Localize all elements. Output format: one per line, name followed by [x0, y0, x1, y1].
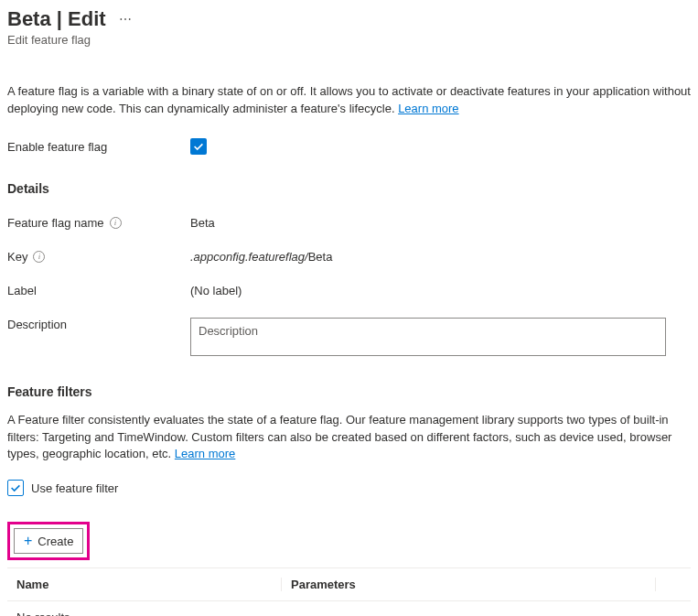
details-heading: Details: [7, 181, 691, 196]
intro-body: A feature flag is a variable with a bina…: [7, 84, 691, 115]
label-label: Label: [7, 284, 190, 297]
use-filter-checkbox[interactable]: [7, 480, 24, 496]
info-icon[interactable]: i: [110, 217, 122, 229]
col-parameters[interactable]: Parameters: [282, 578, 656, 591]
col-name[interactable]: Name: [7, 578, 282, 591]
key-suffix: Beta: [308, 250, 333, 264]
check-icon: [192, 140, 205, 153]
enable-flag-label: Enable feature flag: [7, 140, 190, 154]
filters-heading: Feature filters: [7, 384, 691, 399]
page-title: Beta | Edit: [7, 7, 106, 31]
label-value: (No label): [190, 284, 691, 297]
info-icon[interactable]: i: [33, 251, 45, 263]
col-actions: [656, 578, 691, 591]
enable-flag-checkbox[interactable]: [190, 138, 207, 155]
table-header: Name Parameters: [7, 568, 691, 601]
create-button-label: Create: [38, 535, 73, 548]
key-prefix: .appconfig.featureflag/: [190, 250, 308, 264]
description-input[interactable]: [190, 318, 666, 356]
use-filter-label: Use feature filter: [31, 481, 118, 495]
key-label: Key: [7, 250, 27, 264]
filters-table: Name Parameters No results.: [7, 567, 691, 616]
filters-description: A Feature filter consistently evaluates …: [7, 412, 691, 464]
more-icon[interactable]: ⋯: [117, 10, 134, 28]
flag-name-value: Beta: [190, 216, 691, 230]
intro-learn-more-link[interactable]: Learn more: [398, 102, 458, 115]
table-empty: No results.: [7, 601, 691, 616]
description-label: Description: [7, 318, 190, 331]
check-icon: [9, 481, 22, 494]
filters-learn-more-link[interactable]: Learn more: [175, 447, 235, 460]
filters-body: A Feature filter consistently evaluates …: [7, 413, 671, 461]
flag-name-label: Feature flag name: [7, 216, 104, 230]
intro-text: A feature flag is a variable with a bina…: [7, 83, 691, 118]
create-button-highlight: + Create: [7, 522, 90, 560]
plus-icon: +: [24, 533, 32, 549]
key-value: .appconfig.featureflag/Beta: [190, 250, 691, 264]
page-subtitle: Edit feature flag: [7, 33, 691, 47]
create-button[interactable]: + Create: [14, 528, 83, 554]
